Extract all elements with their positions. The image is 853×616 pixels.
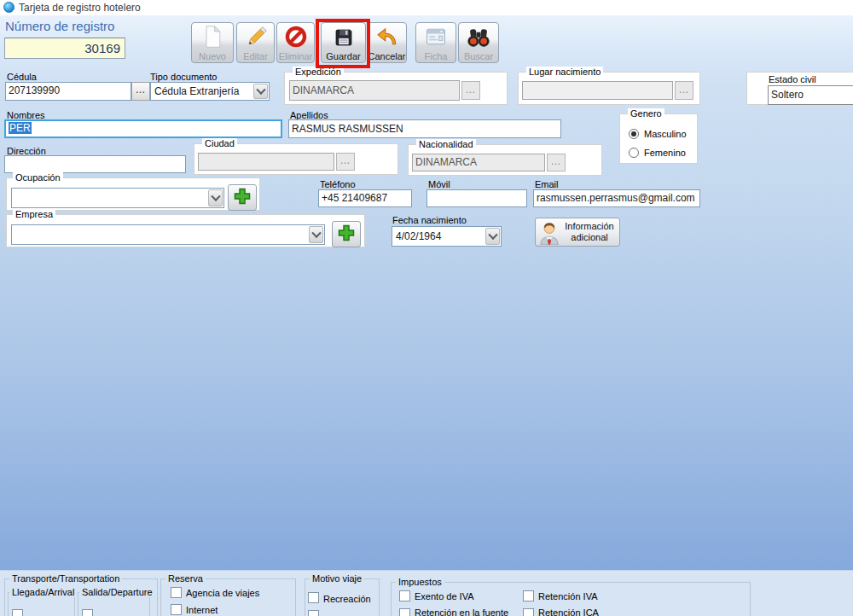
buscar-button-label: Buscar [459,51,498,61]
nombres-input[interactable]: PER [4,119,282,138]
salida-label: Salida/Departure [79,587,154,597]
editar-button-label: Editar [237,51,274,61]
tipo-documento-value: Cédula Extranjería [154,83,252,100]
email-input[interactable]: rasmussen.perrasmus@gmail.com [533,189,700,207]
agencia-de-viajes-checkbox[interactable] [171,587,182,598]
save-floppy-icon [322,26,365,49]
app-icon [3,2,15,13]
person-icon [539,221,560,248]
informacion-adicional-button[interactable]: Información adicional [535,218,620,247]
tipo-documento-label: Tipo documento [150,72,217,82]
expedicion-lookup-button[interactable]: … [461,81,480,100]
ciudad-input [198,153,334,171]
nombres-selected-text: PER [9,122,32,134]
llegada-checkbox-partial[interactable] [12,609,23,616]
retencion-iva-label[interactable]: Retención IVA [538,591,598,601]
delete-prohibition-icon [277,25,314,49]
guardar-button-label: Guardar [322,51,365,61]
telefono-input[interactable]: +45 21409687 [318,189,412,207]
direccion-input[interactable] [4,155,186,173]
lugar-nacimiento-lookup-button[interactable]: … [675,81,693,100]
ficha-button[interactable]: Ficha [415,22,456,63]
expedicion-input: DINAMARCA [289,80,460,101]
guardar-button[interactable]: Guardar [321,22,366,63]
retencion-ica-label[interactable]: Retención ICA [538,607,599,616]
tipo-documento-select[interactable]: Cédula Extranjería [150,82,270,101]
exento-de-iva-label[interactable]: Exento de IVA [415,591,474,601]
registry-number-input[interactable]: 30169 [4,38,125,59]
estado-civil-input[interactable]: Soltero [768,85,853,105]
cedula-label: Cédula [7,72,37,82]
application-window: Tarjeta de registro hotelero Número de r… [0,0,853,616]
cancelar-button[interactable]: Cancelar [367,22,407,63]
add-empresa-button[interactable] [332,221,361,247]
ocupacion-value [15,189,206,207]
fecha-nacimiento-dropdown-button[interactable] [485,228,500,245]
cedula-lookup-button[interactable]: … [131,82,150,101]
nuevo-button-label: Nuevo [192,51,233,61]
internet-checkbox[interactable] [171,604,182,615]
eliminar-button[interactable]: Eliminar [276,22,315,63]
ficha-button-label: Ficha [416,51,456,61]
lugar-nacimiento-label: Lugar nacimiento [526,67,603,77]
empresa-label: Empresa [13,209,55,219]
informacion-adicional-line2: adicional [561,232,618,243]
registry-number-label: Número de registro [5,19,114,33]
email-label: Email [535,179,559,189]
internet-label[interactable]: Internet [186,605,218,615]
empresa-dropdown-button[interactable] [309,226,323,243]
chevron-down-icon [488,230,497,240]
nacionalidad-label: Nacionalidad [416,139,476,149]
edit-pencil-icon [237,25,274,49]
genero-label: Genero [628,108,664,119]
salida-checkbox-partial[interactable] [82,609,93,616]
fecha-nacimiento-value: 4/02/1964 [396,227,484,246]
chevron-down-icon [311,229,321,238]
agencia-de-viajes-label[interactable]: Agencia de viajes [186,588,259,598]
title-bar: Tarjeta de registro hotelero [0,0,853,16]
motivo-checkbox-partial[interactable] [308,610,319,616]
recreacion-checkbox[interactable] [308,592,319,603]
ciudad-label: Ciudad [202,138,237,148]
genero-femenino-radio[interactable] [629,148,639,158]
nacionalidad-lookup-button[interactable]: … [547,154,566,171]
ciudad-lookup-button[interactable]: … [336,153,355,171]
apellidos-input[interactable]: RASMUS RASMUSSEN [288,119,561,138]
llegada-label: Llegada/Arrival [9,587,77,597]
informacion-adicional-line1: Información [561,221,618,232]
tipo-documento-dropdown-button[interactable] [253,84,268,99]
genero-femenino-label[interactable]: Femenino [644,148,686,158]
nuevo-button[interactable]: Nuevo [191,22,234,63]
empresa-select[interactable] [11,224,325,245]
window-title: Tarjeta de registro hotelero [19,2,141,14]
recreacion-label[interactable]: Recreación [323,594,371,604]
cancel-arrow-icon [368,25,406,49]
ocupacion-label: Ocupación [13,172,63,183]
retencion-fuente-label[interactable]: Retención en la fuente [415,607,508,616]
genero-masculino-label[interactable]: Masculino [644,129,687,139]
genero-masculino-radio[interactable] [629,129,639,139]
buscar-button[interactable]: Buscar [458,22,499,63]
plus-icon [337,224,356,246]
fecha-nacimiento-select[interactable]: 4/02/1964 [392,226,502,247]
chevron-down-icon [211,192,220,201]
movil-label: Móvil [428,179,450,189]
cedula-input[interactable]: 207139990 [5,82,131,101]
binoculars-search-icon [459,25,498,49]
ocupacion-dropdown-button[interactable] [208,189,223,206]
editar-button[interactable]: Editar [236,22,275,63]
transporte-label: Transporte/Transportation [9,573,122,584]
expedicion-label: Expedición [293,67,344,77]
nacionalidad-input: DINAMARCA [412,154,545,171]
add-ocupacion-button[interactable] [228,184,257,211]
reserva-label: Reserva [165,573,206,584]
impuestos-label: Impuestos [396,577,444,587]
ocupacion-select[interactable] [11,188,224,208]
retencion-ica-checkbox[interactable] [523,608,534,616]
movil-input[interactable] [426,189,527,207]
retencion-iva-checkbox[interactable] [523,590,534,601]
estado-civil-label: Estado civil [769,74,816,84]
retencion-fuente-checkbox[interactable] [399,608,410,616]
exento-de-iva-checkbox[interactable] [399,590,410,601]
plus-icon [233,187,252,209]
